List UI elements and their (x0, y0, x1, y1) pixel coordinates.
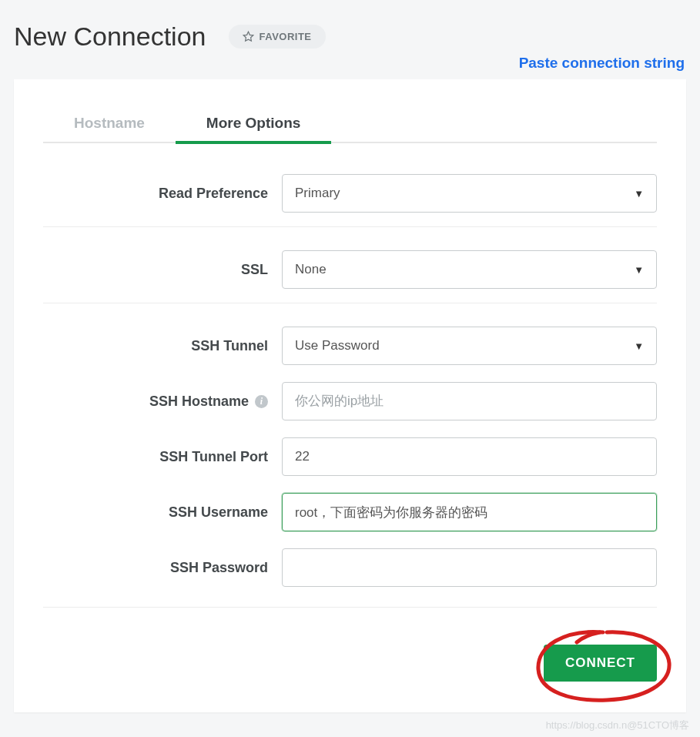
chevron-down-icon: ▼ (634, 264, 644, 276)
ssl-label: SSL (43, 262, 282, 278)
ssh-tunnel-value: Use Password (295, 338, 380, 353)
read-preference-label: Read Preference (43, 186, 282, 202)
favorite-button[interactable]: FAVORITE (229, 25, 325, 49)
watermark: https://blog.csdn.n@51CTO博客 (546, 719, 689, 732)
ssh-username-input[interactable] (282, 493, 657, 531)
ssh-tunnel-select[interactable]: Use Password ▼ (282, 327, 657, 365)
page-title: New Connection (14, 22, 206, 52)
svg-marker-0 (244, 32, 254, 41)
ssh-tunnel-label: SSH Tunnel (43, 338, 282, 354)
info-icon[interactable]: i (255, 395, 268, 408)
chevron-down-icon: ▼ (634, 188, 644, 199)
ssh-hostname-input[interactable] (282, 382, 657, 420)
favorite-label: FAVORITE (259, 31, 311, 42)
star-icon (243, 31, 254, 42)
ssh-tunnel-port-input[interactable] (282, 437, 657, 476)
connection-form-card: Hostname More Options Read Preference Pr… (14, 79, 686, 712)
read-preference-value: Primary (295, 186, 340, 201)
ssl-select[interactable]: None ▼ (282, 250, 657, 289)
ssh-tunnel-port-label: SSH Tunnel Port (43, 449, 282, 465)
ssh-password-input[interactable] (282, 548, 657, 587)
tab-more-options[interactable]: More Options (176, 102, 331, 144)
ssh-hostname-label: SSH Hostname (149, 394, 249, 410)
ssl-value: None (295, 262, 327, 277)
chevron-down-icon: ▼ (634, 340, 644, 352)
tabs: Hostname More Options (43, 102, 657, 143)
paste-connection-string-link[interactable]: Paste connection string (519, 55, 685, 71)
ssh-password-label: SSH Password (43, 560, 282, 576)
ssh-username-label: SSH Username (43, 504, 282, 521)
tab-hostname[interactable]: Hostname (43, 102, 176, 144)
connect-button[interactable]: CONNECT (544, 645, 657, 682)
read-preference-select[interactable]: Primary ▼ (282, 174, 657, 213)
